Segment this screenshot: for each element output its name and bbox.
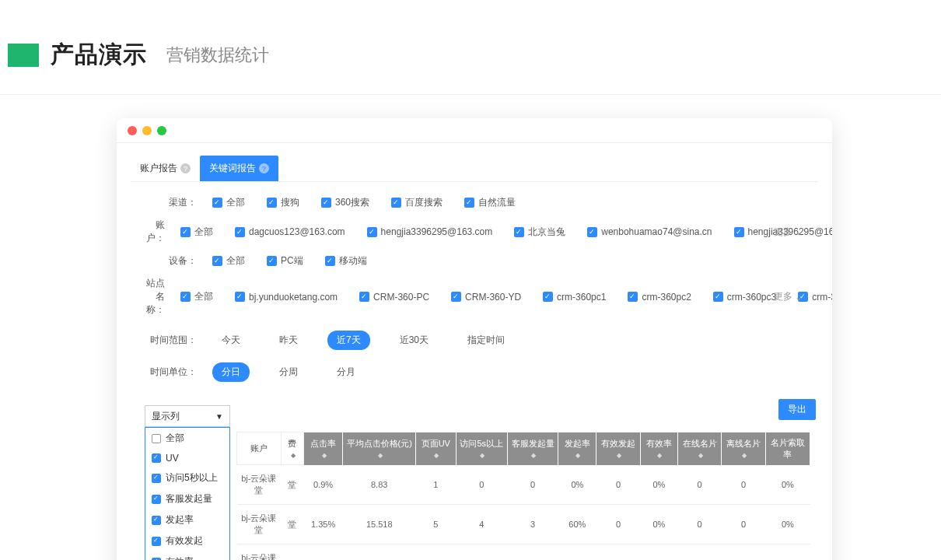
chevron-down-icon: ⌄ bbox=[795, 226, 803, 237]
table-row: bj-云朵课堂堂0%01100%00%000% bbox=[237, 544, 810, 561]
more-link[interactable]: 更多 ⌄ bbox=[774, 290, 803, 303]
filter-row-account: 账户： 全部 dagcuos123@163.com hengjia3396295… bbox=[146, 214, 803, 250]
table-cell: 0% bbox=[765, 465, 810, 505]
sort-icon: ◆ bbox=[322, 452, 327, 459]
table-cell: 0% bbox=[640, 544, 677, 561]
table-cell: 0% bbox=[765, 544, 810, 561]
table-header[interactable]: 离线名片 ◆ bbox=[722, 432, 765, 465]
table-cell: 0.9% bbox=[303, 465, 343, 505]
export-button[interactable]: 导出 bbox=[778, 399, 816, 420]
table-cell: 1.35% bbox=[303, 505, 343, 544]
table-cell: 堂 bbox=[281, 544, 303, 561]
checkbox-option[interactable]: 百度搜索 bbox=[391, 196, 443, 209]
checkbox-option[interactable]: PC端 bbox=[267, 254, 303, 268]
checkbox-option[interactable]: 自然流量 bbox=[464, 196, 516, 209]
table-header[interactable]: 在线名片 ◆ bbox=[677, 432, 721, 465]
table-cell: 0% bbox=[640, 465, 677, 505]
more-link[interactable]: 更多 ⌄ bbox=[774, 226, 803, 239]
table-header[interactable]: 有效率 ◆ bbox=[640, 432, 677, 465]
report-tabs: 账户报告 ? 关键词报告 ? bbox=[131, 156, 818, 182]
checkbox-option[interactable]: dagcuos123@163.com bbox=[235, 226, 345, 237]
table-header[interactable]: 账户 bbox=[237, 432, 282, 465]
tab-keyword-report[interactable]: 关键词报告 ? bbox=[200, 156, 278, 181]
table-cell: 0% bbox=[640, 505, 677, 544]
timeunit-option-active[interactable]: 分日 bbox=[212, 362, 250, 382]
table-cell: 0 bbox=[677, 465, 721, 505]
checkbox-icon bbox=[152, 474, 161, 483]
checkbox-icon bbox=[152, 434, 161, 443]
table-header[interactable]: 客服发起量 ◆ bbox=[507, 432, 558, 465]
table-cell: 1 bbox=[416, 465, 457, 505]
chevron-down-icon: ⌄ bbox=[795, 292, 803, 303]
table-header[interactable]: 页面UV ◆ bbox=[416, 432, 457, 465]
checkbox-option[interactable]: 360搜索 bbox=[321, 196, 369, 209]
table-header[interactable]: 平均点击价格(元) ◆ bbox=[343, 432, 416, 465]
checkbox-option[interactable]: crm-360pc2 bbox=[628, 292, 691, 303]
table-cell: 0 bbox=[722, 465, 765, 505]
data-table: 账户费 ◆点击率 ◆平均点击价格(元) ◆页面UV ◆访问5s以上 ◆客服发起量… bbox=[236, 432, 810, 560]
filter-panel: 渠道： 全部 搜狗 360搜索 百度搜索 自然流量 账户： 全部 dagcuos… bbox=[131, 182, 818, 401]
checkbox-option[interactable]: crm-360pc3 bbox=[713, 292, 776, 303]
checkbox-option[interactable]: wenbohuamao74@sina.cn bbox=[587, 226, 712, 237]
tab-account-report[interactable]: 账户报告 ? bbox=[131, 156, 200, 181]
timeunit-option[interactable]: 分月 bbox=[327, 362, 365, 382]
table-cell: bj-云朵课堂 bbox=[237, 544, 282, 561]
dropdown-item[interactable]: 全部 bbox=[145, 428, 229, 449]
table-cell: 堂 bbox=[281, 505, 303, 544]
time-option[interactable]: 指定时间 bbox=[458, 331, 514, 350]
sort-icon: ◆ bbox=[698, 452, 703, 459]
checkbox-all[interactable]: 全部 bbox=[180, 290, 213, 303]
time-option[interactable]: 今天 bbox=[212, 331, 250, 350]
time-option[interactable]: 近30天 bbox=[390, 331, 438, 350]
table-cell: 0% bbox=[558, 465, 596, 505]
checkbox-option[interactable]: bj.yunduoketang.com bbox=[235, 292, 338, 303]
minimize-icon[interactable] bbox=[142, 126, 152, 135]
table-cell: 8.83 bbox=[343, 465, 416, 505]
dropdown-item[interactable]: 访问5秒以上 bbox=[145, 467, 229, 488]
table-cell: bj-云朵课堂 bbox=[237, 505, 282, 544]
table-header[interactable]: 访问5s以上 ◆ bbox=[456, 432, 507, 465]
table-header[interactable]: 费 ◆ bbox=[281, 432, 303, 465]
table-header[interactable]: 有效发起 ◆ bbox=[596, 432, 640, 465]
checkbox-all[interactable]: 全部 bbox=[212, 196, 245, 209]
checkbox-all[interactable]: 全部 bbox=[180, 226, 213, 239]
checkbox-all[interactable]: 全部 bbox=[212, 254, 245, 268]
dropdown-item[interactable]: 客服发起量 bbox=[145, 488, 229, 509]
timeunit-option[interactable]: 分周 bbox=[270, 362, 307, 382]
dropdown-item[interactable]: 有效发起 bbox=[145, 530, 229, 551]
table-cell: 0 bbox=[722, 544, 765, 561]
dropdown-item[interactable]: UV bbox=[145, 449, 229, 467]
checkbox-option[interactable]: crm-360pc1 bbox=[543, 292, 606, 303]
checkbox-icon bbox=[152, 453, 161, 463]
close-icon[interactable] bbox=[128, 126, 137, 135]
filter-label: 渠道： bbox=[146, 196, 197, 209]
sort-icon: ◆ bbox=[742, 452, 747, 459]
column-selector[interactable]: 显示列 ▼ bbox=[145, 405, 230, 427]
table-header[interactable]: 名片索取率 bbox=[765, 432, 810, 465]
table-header[interactable]: 发起率 ◆ bbox=[558, 432, 596, 465]
table-cell: 15.518 bbox=[343, 505, 416, 544]
help-icon[interactable]: ? bbox=[259, 163, 269, 173]
checkbox-option[interactable]: CRM-360-PC bbox=[359, 292, 429, 303]
checkbox-option[interactable]: 北京当兔 bbox=[514, 226, 565, 239]
time-option-active[interactable]: 近7天 bbox=[327, 331, 370, 350]
dropdown-item[interactable]: 有效率 bbox=[145, 551, 229, 560]
sort-icon: ◆ bbox=[617, 452, 621, 459]
time-option[interactable]: 昨天 bbox=[270, 331, 307, 350]
help-icon[interactable]: ? bbox=[180, 163, 191, 173]
checkbox-option[interactable]: CRM-360-YD bbox=[451, 292, 521, 303]
page-subtitle: 营销数据统计 bbox=[166, 44, 269, 67]
checkbox-option[interactable]: hengjia3396295@163.com bbox=[367, 226, 493, 237]
checkbox-option[interactable]: 搜狗 bbox=[267, 196, 299, 209]
filter-label: 时间单位： bbox=[146, 366, 197, 379]
filter-label: 设备： bbox=[146, 254, 197, 268]
dropdown-item-label: 发起率 bbox=[166, 513, 194, 527]
maximize-icon[interactable] bbox=[157, 126, 166, 135]
table-cell: 0 bbox=[456, 465, 507, 505]
dropdown-item[interactable]: 发起率 bbox=[145, 509, 229, 530]
checkbox-option[interactable]: crm-360yd3 bbox=[798, 292, 832, 303]
page-header: 产品演示 营销数据统计 bbox=[0, 0, 941, 95]
checkbox-option[interactable]: 移动端 bbox=[325, 254, 367, 268]
table-header[interactable]: 点击率 ◆ bbox=[303, 432, 343, 465]
tab-label: 账户报告 bbox=[140, 162, 177, 175]
